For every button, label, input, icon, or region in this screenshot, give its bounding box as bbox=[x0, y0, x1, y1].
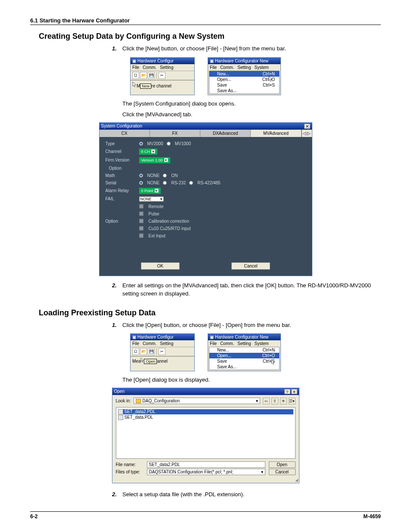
cancel-button[interactable]: Cancel bbox=[231, 262, 270, 270]
radio-label: MV2000 bbox=[147, 141, 163, 146]
toolbar-sep bbox=[156, 72, 157, 79]
back-icon[interactable]: ⇦ bbox=[263, 398, 270, 404]
open-button[interactable]: Open bbox=[269, 461, 296, 468]
chevron-down-icon: ▾ bbox=[261, 470, 263, 474]
filetype-select[interactable]: DAQSTATION Configuration File(*.pcl; *.p… bbox=[147, 469, 265, 475]
check-calibration[interactable] bbox=[139, 219, 143, 223]
radio-math-none[interactable] bbox=[139, 174, 143, 177]
menu-comm[interactable]: Comm. bbox=[220, 341, 234, 346]
check-label: Ext Input bbox=[149, 233, 165, 238]
tab-cx[interactable]: CX bbox=[100, 130, 150, 137]
label: Save As... bbox=[217, 364, 237, 369]
radio-serial-none[interactable] bbox=[139, 181, 143, 185]
views-icon[interactable]: ☰▾ bbox=[289, 398, 296, 404]
label-alarm: Alarm Relay bbox=[106, 188, 136, 193]
help-button[interactable]: ? bbox=[284, 389, 290, 394]
radio-mv2000[interactable] bbox=[139, 142, 143, 146]
folder-select[interactable]: DAQ_Configuration ▾ bbox=[134, 398, 260, 404]
titlebar: ▣ Hardware Configurator New bbox=[208, 58, 280, 64]
file-icon bbox=[118, 415, 123, 420]
radio-label: RS-232 bbox=[171, 180, 186, 185]
menu-comm[interactable]: Comm. bbox=[143, 341, 156, 346]
new-button[interactable]: 🗋 bbox=[132, 348, 139, 355]
open-dialog: Open ? ✕ Look in: DAQ_Configuration ▾ ⇦ … bbox=[112, 388, 299, 483]
close-button[interactable]: ✕ bbox=[291, 389, 297, 394]
menu-file[interactable]: File bbox=[210, 65, 217, 70]
shortcut: Ctrl+O bbox=[262, 353, 275, 358]
tab-dxadvanced[interactable]: DXAdvanced bbox=[200, 130, 251, 137]
label-option-top: Option bbox=[106, 166, 136, 171]
label-firm: Firm.Version bbox=[106, 158, 136, 162]
resize-grip[interactable]: ◢ bbox=[112, 478, 299, 483]
up-icon[interactable]: ⇧ bbox=[271, 398, 278, 404]
menu-comm[interactable]: Comm. bbox=[143, 65, 156, 70]
check-cu[interactable] bbox=[139, 226, 143, 230]
toolbar: 🗋 📂 💾 ✂ bbox=[131, 347, 194, 356]
channel-select[interactable]: 8 CH ▾ bbox=[139, 149, 158, 155]
menu-item-new[interactable]: New... Ctrl+N bbox=[209, 347, 279, 353]
menu-comm[interactable]: Comm. bbox=[220, 65, 234, 70]
radio-serial-232[interactable] bbox=[163, 181, 167, 185]
file-item[interactable]: SET_data2.PDL bbox=[118, 409, 293, 414]
cut-button[interactable]: ✂ bbox=[159, 72, 165, 79]
menu-setting[interactable]: Setting bbox=[160, 65, 173, 70]
tab-scroll[interactable]: ◁ ▷ bbox=[302, 130, 312, 137]
file-dropdown: New... Ctrl+N Open... Ctrl+O Save Ctrl+S… bbox=[209, 347, 280, 370]
section-header: 6.1 Starting the Harware Configurator bbox=[30, 17, 381, 25]
save-button[interactable]: 💾 bbox=[148, 72, 155, 79]
dialog-body: Type MV2000 MV1000 Channel 8 CH ▾ Firm.V… bbox=[100, 137, 312, 258]
label-serial: Serial bbox=[106, 180, 136, 185]
fail-select[interactable]: NONE ▾ bbox=[139, 196, 164, 202]
menu-setting[interactable]: Setting bbox=[237, 65, 251, 70]
ok-button[interactable]: OK bbox=[141, 262, 180, 270]
check-remote[interactable] bbox=[139, 204, 143, 208]
para: Click the [MVAdvanced] tab. bbox=[122, 110, 381, 119]
chevron-down-icon: ▾ bbox=[164, 158, 168, 162]
alarm-select[interactable]: 0 Point ▾ bbox=[139, 188, 161, 194]
open-button[interactable]: 📂 bbox=[140, 348, 147, 355]
menu-item-save[interactable]: Save Ctrl+S bbox=[209, 358, 279, 364]
menu-system[interactable]: System bbox=[255, 341, 269, 346]
check-ext[interactable] bbox=[139, 233, 143, 238]
check-label: Cu10 Cu25/RTD input bbox=[149, 226, 191, 231]
para: The [System Configuration] dialog box op… bbox=[122, 100, 381, 108]
system-configuration-dialog: System Configuration ✕ CX FX DXAdvanced … bbox=[99, 122, 312, 276]
titlebar: ▣ Hardware Configur bbox=[131, 58, 194, 64]
menu-item-open[interactable]: Open... Ctrl+O bbox=[209, 353, 279, 358]
firm-select[interactable]: Version 1.00 ▾ bbox=[139, 157, 170, 163]
titlebar: ▣ Hardware Configur bbox=[131, 334, 194, 340]
filename-input[interactable]: SET_data2.PDL bbox=[147, 461, 265, 468]
cursor-icon bbox=[271, 359, 275, 365]
file-menu-expanded: ▣ Hardware Configurator New File Comm. S… bbox=[208, 57, 281, 95]
close-button[interactable]: ✕ bbox=[304, 124, 310, 129]
menu-setting[interactable]: Setting bbox=[160, 341, 173, 346]
menu-file[interactable]: File bbox=[132, 341, 139, 346]
newfolder-icon[interactable]: ✳ bbox=[280, 398, 287, 404]
step-text: Click the [Open] button, or choose [File… bbox=[122, 321, 381, 330]
menu-item-saveas[interactable]: Save As... bbox=[209, 88, 279, 93]
radio-mv1000[interactable] bbox=[167, 142, 171, 146]
check-pulse[interactable] bbox=[139, 212, 143, 216]
menu-system[interactable]: System bbox=[255, 65, 269, 70]
file-item[interactable]: SET_data.PDL bbox=[118, 415, 293, 420]
chevron-down-icon: ▾ bbox=[256, 398, 258, 403]
step-text: Enter all settings on the [MVAdvanced] t… bbox=[122, 281, 381, 298]
menu-item-save[interactable]: Save Ctrl+S bbox=[209, 82, 279, 88]
menu-setting[interactable]: Setting bbox=[237, 341, 251, 346]
menu-file[interactable]: File bbox=[210, 341, 217, 346]
menu-item-saveas[interactable]: Save As... bbox=[209, 364, 279, 370]
file-list[interactable]: SET_data2.PDL SET_data.PDL bbox=[116, 407, 296, 459]
radio-serial-422[interactable] bbox=[189, 181, 193, 185]
new-button[interactable]: 🗋 bbox=[132, 72, 139, 79]
toolbar: 🗋 📂 💾 ✂ bbox=[131, 71, 194, 80]
menu-file[interactable]: File bbox=[132, 65, 139, 70]
lookin-label: Look in: bbox=[116, 398, 131, 403]
tab-fx[interactable]: FX bbox=[150, 130, 200, 137]
radio-math-on[interactable] bbox=[163, 174, 167, 177]
cut-button[interactable]: ✂ bbox=[159, 348, 165, 355]
cancel-button[interactable]: Cancel bbox=[269, 469, 296, 475]
tab-mvadvanced[interactable]: MVAdvanced bbox=[251, 130, 301, 137]
save-button[interactable]: 💾 bbox=[148, 348, 155, 355]
open-button[interactable]: 📂 bbox=[140, 72, 147, 79]
value: NONE bbox=[140, 197, 152, 201]
